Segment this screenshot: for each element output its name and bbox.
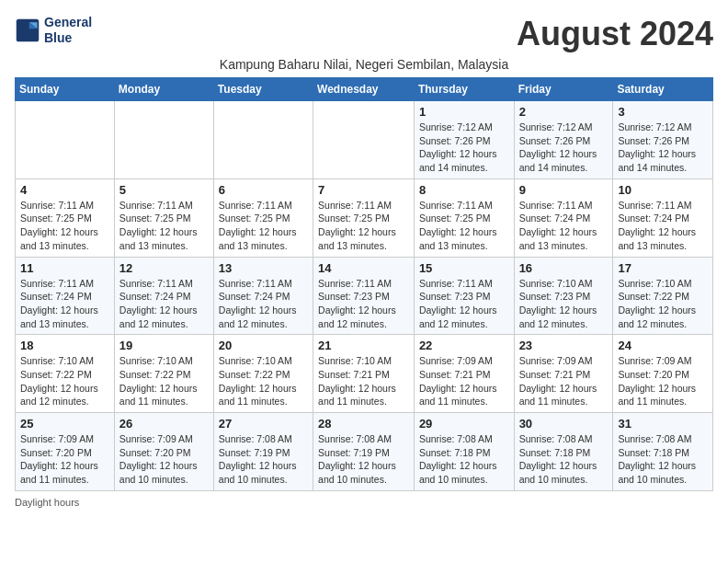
day-info: Sunrise: 7:12 AMSunset: 7:26 PMDaylight:… — [419, 121, 509, 175]
calendar-cell: 24Sunrise: 7:09 AMSunset: 7:20 PMDayligh… — [613, 335, 713, 413]
weekday-header-tuesday: Tuesday — [213, 78, 313, 101]
calendar-cell: 1Sunrise: 7:12 AMSunset: 7:26 PMDaylight… — [414, 101, 514, 179]
day-number: 12 — [119, 261, 209, 275]
day-number: 7 — [318, 183, 409, 197]
day-info: Sunrise: 7:08 AMSunset: 7:19 PMDaylight:… — [318, 432, 409, 487]
weekday-header-saturday: Saturday — [613, 78, 713, 101]
day-info: Sunrise: 7:11 AMSunset: 7:25 PMDaylight:… — [20, 199, 109, 253]
day-info: Sunrise: 7:09 AMSunset: 7:20 PMDaylight:… — [618, 354, 708, 408]
day-number: 21 — [318, 339, 409, 352]
day-number: 26 — [119, 417, 209, 431]
calendar-cell: 6Sunrise: 7:11 AMSunset: 7:25 PMDaylight… — [213, 178, 313, 257]
calendar-cell: 8Sunrise: 7:11 AMSunset: 7:25 PMDaylight… — [414, 178, 514, 257]
calendar-cell: 5Sunrise: 7:11 AMSunset: 7:25 PMDaylight… — [114, 178, 213, 257]
day-info: Sunrise: 7:11 AMSunset: 7:23 PMDaylight:… — [318, 277, 409, 331]
calendar-cell: 23Sunrise: 7:09 AMSunset: 7:21 PMDayligh… — [514, 335, 613, 413]
day-number: 29 — [419, 417, 509, 431]
day-info: Sunrise: 7:11 AMSunset: 7:24 PMDaylight:… — [618, 199, 708, 253]
calendar-cell: 28Sunrise: 7:08 AMSunset: 7:19 PMDayligh… — [313, 413, 415, 491]
calendar-cell: 16Sunrise: 7:10 AMSunset: 7:23 PMDayligh… — [514, 257, 613, 335]
calendar-cell: 2Sunrise: 7:12 AMSunset: 7:26 PMDaylight… — [514, 101, 613, 179]
calendar-cell: 11Sunrise: 7:11 AMSunset: 7:24 PMDayligh… — [16, 257, 115, 335]
day-info: Sunrise: 7:10 AMSunset: 7:22 PMDaylight:… — [20, 354, 109, 408]
day-info: Sunrise: 7:08 AMSunset: 7:19 PMDaylight:… — [219, 432, 308, 487]
calendar-cell: 12Sunrise: 7:11 AMSunset: 7:24 PMDayligh… — [114, 257, 213, 335]
calendar-cell: 18Sunrise: 7:10 AMSunset: 7:22 PMDayligh… — [16, 335, 115, 413]
month-title: August 2024 — [517, 15, 713, 53]
day-number: 11 — [20, 261, 109, 275]
day-number: 20 — [219, 339, 308, 352]
day-number: 22 — [419, 339, 509, 352]
day-info: Sunrise: 7:09 AMSunset: 7:21 PMDaylight:… — [419, 354, 509, 408]
calendar-cell: 29Sunrise: 7:08 AMSunset: 7:18 PMDayligh… — [414, 413, 514, 491]
day-info: Sunrise: 7:11 AMSunset: 7:23 PMDaylight:… — [419, 277, 509, 331]
day-info: Sunrise: 7:12 AMSunset: 7:26 PMDaylight:… — [519, 121, 609, 175]
weekday-header-friday: Friday — [514, 78, 613, 101]
day-info: Sunrise: 7:10 AMSunset: 7:22 PMDaylight:… — [219, 354, 308, 408]
calendar-cell — [313, 101, 415, 179]
calendar-subtitle: Kampung Baharu Nilai, Negeri Sembilan, M… — [15, 57, 713, 72]
day-info: Sunrise: 7:08 AMSunset: 7:18 PMDaylight:… — [618, 432, 708, 487]
day-number: 15 — [419, 261, 509, 275]
weekday-header-sunday: Sunday — [16, 78, 115, 101]
day-number: 3 — [618, 105, 708, 119]
day-number: 24 — [618, 339, 708, 352]
calendar-header: SundayMondayTuesdayWednesdayThursdayFrid… — [16, 78, 713, 101]
calendar-cell: 19Sunrise: 7:10 AMSunset: 7:22 PMDayligh… — [114, 335, 213, 413]
day-info: Sunrise: 7:08 AMSunset: 7:18 PMDaylight:… — [519, 432, 609, 487]
calendar-cell: 27Sunrise: 7:08 AMSunset: 7:19 PMDayligh… — [213, 413, 313, 491]
day-number: 2 — [519, 105, 609, 119]
page-header: General Blue August 2024 — [15, 15, 713, 53]
day-info: Sunrise: 7:11 AMSunset: 7:24 PMDaylight:… — [219, 277, 308, 331]
day-info: Sunrise: 7:10 AMSunset: 7:23 PMDaylight:… — [519, 277, 609, 331]
day-number: 23 — [519, 339, 609, 352]
footer-note: Daylight hours — [15, 497, 713, 508]
calendar-week-row: 25Sunrise: 7:09 AMSunset: 7:20 PMDayligh… — [16, 413, 713, 491]
day-number: 19 — [119, 339, 209, 352]
day-info: Sunrise: 7:11 AMSunset: 7:25 PMDaylight:… — [219, 199, 308, 253]
day-number: 14 — [318, 261, 409, 275]
day-number: 31 — [618, 417, 708, 431]
weekday-header-thursday: Thursday — [414, 78, 514, 101]
weekday-header-wednesday: Wednesday — [313, 78, 415, 101]
calendar-cell: 17Sunrise: 7:10 AMSunset: 7:22 PMDayligh… — [613, 257, 713, 335]
calendar-week-row: 18Sunrise: 7:10 AMSunset: 7:22 PMDayligh… — [16, 335, 713, 413]
day-number: 16 — [519, 261, 609, 275]
calendar-cell — [213, 101, 313, 179]
day-info: Sunrise: 7:09 AMSunset: 7:21 PMDaylight:… — [519, 354, 609, 408]
day-info: Sunrise: 7:11 AMSunset: 7:24 PMDaylight:… — [519, 199, 609, 253]
day-number: 1 — [419, 105, 509, 119]
calendar-cell: 7Sunrise: 7:11 AMSunset: 7:25 PMDaylight… — [313, 178, 415, 257]
calendar-cell: 20Sunrise: 7:10 AMSunset: 7:22 PMDayligh… — [213, 335, 313, 413]
day-number: 13 — [219, 261, 308, 275]
day-number: 9 — [519, 183, 609, 197]
calendar-cell: 15Sunrise: 7:11 AMSunset: 7:23 PMDayligh… — [414, 257, 514, 335]
calendar-cell: 21Sunrise: 7:10 AMSunset: 7:21 PMDayligh… — [313, 335, 415, 413]
day-number: 10 — [618, 183, 708, 197]
calendar-week-row: 11Sunrise: 7:11 AMSunset: 7:24 PMDayligh… — [16, 257, 713, 335]
calendar-cell: 13Sunrise: 7:11 AMSunset: 7:24 PMDayligh… — [213, 257, 313, 335]
logo: General Blue — [15, 15, 92, 46]
day-number: 28 — [318, 417, 409, 431]
calendar-cell — [114, 101, 213, 179]
day-info: Sunrise: 7:11 AMSunset: 7:25 PMDaylight:… — [119, 199, 209, 253]
calendar-week-row: 4Sunrise: 7:11 AMSunset: 7:25 PMDaylight… — [16, 178, 713, 257]
day-info: Sunrise: 7:08 AMSunset: 7:18 PMDaylight:… — [419, 432, 509, 487]
day-info: Sunrise: 7:11 AMSunset: 7:25 PMDaylight:… — [419, 199, 509, 253]
calendar-cell: 9Sunrise: 7:11 AMSunset: 7:24 PMDaylight… — [514, 178, 613, 257]
day-info: Sunrise: 7:10 AMSunset: 7:22 PMDaylight:… — [618, 277, 708, 331]
day-info: Sunrise: 7:09 AMSunset: 7:20 PMDaylight:… — [119, 432, 209, 487]
day-number: 8 — [419, 183, 509, 197]
weekday-header-row: SundayMondayTuesdayWednesdayThursdayFrid… — [16, 78, 713, 101]
weekday-header-monday: Monday — [114, 78, 213, 101]
day-info: Sunrise: 7:12 AMSunset: 7:26 PMDaylight:… — [618, 121, 708, 175]
calendar-cell: 31Sunrise: 7:08 AMSunset: 7:18 PMDayligh… — [613, 413, 713, 491]
calendar-cell: 22Sunrise: 7:09 AMSunset: 7:21 PMDayligh… — [414, 335, 514, 413]
logo-text: General Blue — [44, 15, 92, 46]
calendar-cell: 25Sunrise: 7:09 AMSunset: 7:20 PMDayligh… — [16, 413, 115, 491]
day-number: 18 — [20, 339, 109, 352]
calendar-cell: 10Sunrise: 7:11 AMSunset: 7:24 PMDayligh… — [613, 178, 713, 257]
calendar-week-row: 1Sunrise: 7:12 AMSunset: 7:26 PMDaylight… — [16, 101, 713, 179]
calendar-cell: 3Sunrise: 7:12 AMSunset: 7:26 PMDaylight… — [613, 101, 713, 179]
day-info: Sunrise: 7:11 AMSunset: 7:25 PMDaylight:… — [318, 199, 409, 253]
